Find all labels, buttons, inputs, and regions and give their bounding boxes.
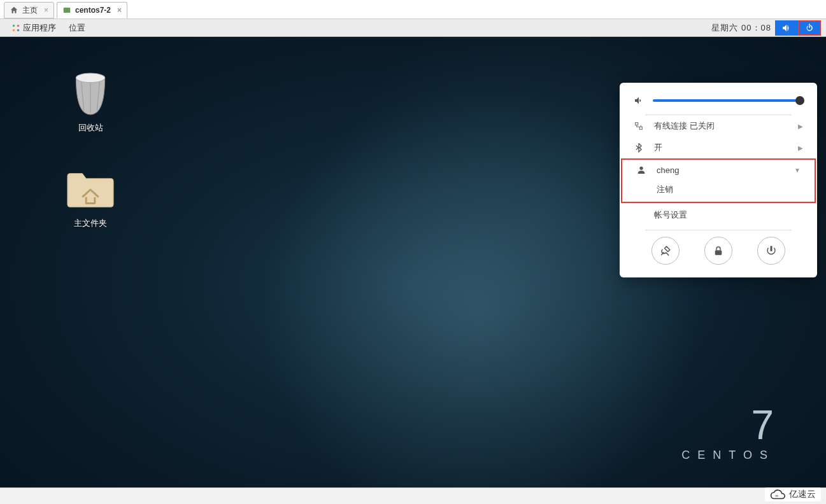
tools-icon	[660, 245, 671, 256]
power-icon	[804, 23, 815, 33]
svg-point-4	[17, 29, 20, 31]
clock[interactable]: 星期六 00：08	[711, 22, 771, 34]
applications-menu[interactable]: 应用程序	[5, 19, 62, 36]
desktop-icon-trash[interactable]: 回收站	[59, 69, 122, 134]
places-menu[interactable]: 位置	[62, 19, 92, 36]
desktop-icon-label: 主文件夹	[59, 218, 122, 229]
gnome-topbar: 应用程序 位置 星期六 00：08	[0, 19, 826, 37]
vm-tab-home[interactable]: 主页 ×	[4, 2, 54, 18]
watermark-text: 亿速云	[789, 489, 816, 500]
centos-brand: 7 CENTOS	[681, 402, 775, 462]
power-icon	[765, 245, 777, 256]
folder-home-icon	[65, 164, 116, 214]
menu-item-label: 有线连接 已关闭	[654, 120, 715, 132]
volume-icon	[781, 23, 792, 33]
brand-version: 7	[681, 402, 775, 449]
vm-tab-label: 主页	[22, 5, 38, 16]
volume-button[interactable]	[775, 20, 798, 36]
desktop[interactable]: 回收站 主文件夹 7 CENTOS 有线连接 已关闭 ▶ 开 ▶	[0, 37, 826, 487]
watermark: ∞ 亿速云	[765, 487, 821, 501]
user-section: cheng ▼ 注销	[621, 158, 816, 203]
svg-point-3	[13, 29, 15, 31]
svg-point-2	[17, 24, 20, 27]
svg-text:∞: ∞	[775, 493, 778, 498]
menu-item-logout[interactable]: 注销	[622, 180, 815, 199]
desktop-icon-label: 回收站	[59, 122, 122, 134]
menu-item-account-settings[interactable]: 帐号设置	[620, 206, 817, 225]
lock-button[interactable]	[704, 237, 732, 265]
volume-slider[interactable]	[653, 99, 803, 102]
vm-tab-bar: 主页 × centos7-2 ×	[0, 0, 826, 19]
topbar-right: 星期六 00：08	[711, 19, 821, 36]
home-icon	[10, 6, 18, 15]
places-label: 位置	[69, 22, 85, 34]
volume-row	[620, 92, 817, 115]
poweroff-button[interactable]	[757, 237, 785, 265]
menu-item-label: cheng	[657, 165, 679, 175]
svg-point-1	[13, 24, 15, 27]
menu-item-label: 开	[654, 142, 662, 153]
menu-item-wired[interactable]: 有线连接 已关闭 ▶	[620, 115, 817, 137]
power-button[interactable]	[798, 20, 821, 36]
vm-tab-label: centos7-2	[75, 6, 111, 15]
chevron-down-icon: ▼	[794, 167, 801, 174]
vm-tab-centos[interactable]: centos7-2 ×	[57, 2, 127, 18]
menu-item-label: 帐号设置	[654, 210, 687, 220]
desktop-icon-home[interactable]: 主文件夹	[59, 164, 122, 229]
settings-button[interactable]	[652, 237, 680, 265]
user-icon	[636, 165, 646, 175]
cloud-icon: ∞	[770, 489, 787, 500]
svg-point-9	[76, 73, 104, 82]
apps-icon	[11, 24, 20, 32]
chevron-right-icon: ▶	[798, 144, 803, 151]
svg-rect-11	[715, 250, 722, 255]
volume-icon	[634, 95, 644, 106]
action-buttons-row	[620, 230, 817, 265]
menu-item-user[interactable]: cheng ▼	[622, 160, 815, 180]
chevron-right-icon: ▶	[798, 123, 803, 130]
brand-name: CENTOS	[681, 449, 775, 461]
applications-label: 应用程序	[23, 22, 56, 34]
vm-icon	[62, 6, 71, 15]
trash-icon	[65, 69, 116, 118]
menu-item-bluetooth[interactable]: 开 ▶	[620, 137, 817, 158]
system-menu: 有线连接 已关闭 ▶ 开 ▶ cheng ▼ 注销 帐号设置	[620, 83, 817, 277]
lock-icon	[713, 245, 724, 256]
taskbar[interactable]	[0, 487, 826, 504]
network-icon	[634, 121, 644, 131]
bluetooth-icon	[634, 143, 644, 153]
menu-item-label: 注销	[657, 185, 673, 194]
svg-point-10	[639, 167, 643, 170]
close-icon[interactable]: ×	[44, 6, 48, 15]
close-icon[interactable]: ×	[117, 6, 122, 15]
svg-rect-0	[64, 8, 71, 13]
